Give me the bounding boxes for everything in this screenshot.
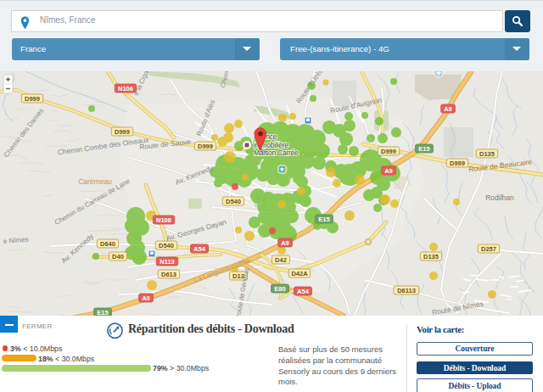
svg-text:A9: A9 [444,105,452,113]
svg-text:E15: E15 [418,145,429,153]
svg-text:D613: D613 [161,271,176,278]
svg-text:E15: E15 [97,309,108,316]
svg-text:D999: D999 [450,160,465,167]
svg-text:D135: D135 [479,150,495,158]
svg-text:A9: A9 [142,294,150,302]
svg-text:D42: D42 [275,256,287,264]
svg-text:A9: A9 [281,239,289,247]
svg-text:D999: D999 [381,148,396,155]
svg-text:D640: D640 [100,240,115,248]
svg-text:D135: D135 [423,253,439,260]
svg-text:D257: D257 [481,245,496,253]
svg-text:D40: D40 [112,253,124,260]
svg-text:N113: N113 [160,258,175,266]
svg-text:N106: N106 [118,85,133,92]
svg-text:Carèmeau: Carèmeau [78,177,112,186]
svg-text:Rodilhan: Rodilhan [485,193,514,202]
svg-text:N106: N106 [156,216,171,224]
svg-text:E80: E80 [274,285,285,293]
svg-text:A54: A54 [297,288,310,295]
svg-text:D540: D540 [159,242,174,249]
svg-text:D42A: D42A [291,270,308,277]
svg-text:D540: D540 [226,198,241,205]
svg-text:D999: D999 [115,128,130,136]
svg-text:D6113: D6113 [397,287,416,294]
svg-text:A54: A54 [193,245,206,253]
svg-text:D999: D999 [25,95,40,103]
svg-text:D999: D999 [198,143,213,150]
svg-text:E15: E15 [318,216,329,223]
svg-text:A9: A9 [384,167,393,175]
